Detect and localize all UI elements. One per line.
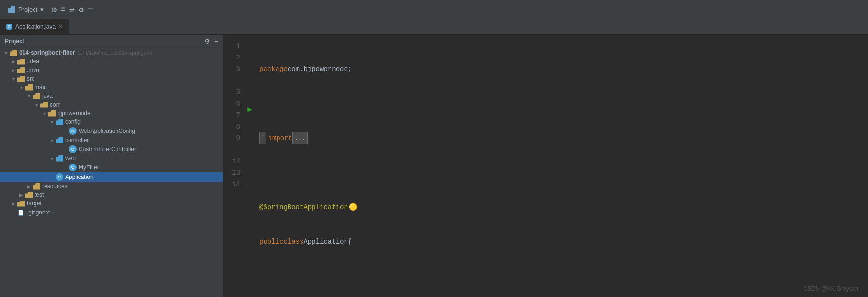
src-folder-icon — [17, 76, 25, 82]
tree-test[interactable]: ▶ test — [0, 190, 223, 199]
code-area[interactable]: 1 2 3 5 6 7 8 9 12 13 14 — [223, 35, 868, 297]
root-arrow-icon: ▾ — [2, 50, 10, 56]
run-gutter-8 — [244, 115, 255, 127]
com-folder-icon — [40, 102, 48, 108]
web-folder-icon — [56, 155, 63, 162]
dropdown-arrow-icon: ▾ — [40, 6, 44, 13]
minimize-icon[interactable]: − — [88, 4, 93, 15]
application-label: Application — [65, 174, 93, 180]
code-editor: 1 2 3 5 6 7 8 9 12 13 14 — [223, 35, 868, 297]
tree-controller[interactable]: ▾ controller — [0, 136, 223, 144]
navigate-icon[interactable]: ⊕ — [51, 4, 57, 15]
tree-java[interactable]: ▾ java — [0, 92, 223, 100]
tab-close-icon[interactable]: ✕ — [58, 24, 63, 30]
target-folder-icon — [17, 201, 25, 207]
resources-folder-icon — [33, 183, 40, 190]
webappconfig-class-icon: C — [69, 127, 77, 135]
tree-application[interactable]: C Application — [0, 172, 223, 182]
structure-icon[interactable]: ≡ — [60, 4, 66, 15]
sidebar-collapse-icon[interactable]: − — [214, 37, 218, 45]
tab-application-java[interactable]: C Application.java ✕ — [0, 19, 69, 34]
project-dropdown[interactable]: Project ▾ — [4, 4, 47, 15]
tree-gitignore[interactable]: 📄 .gitignore — [0, 208, 223, 217]
resources-label: resources — [42, 183, 68, 190]
main-arrow-icon: ▾ — [17, 85, 25, 90]
run-gutter-4 — [244, 69, 255, 81]
run-gutter-9 — [244, 127, 255, 138]
code-line-1: package com.bjpowernode; — [259, 63, 868, 75]
myfilter-class-icon: C — [69, 164, 77, 171]
config-label: config — [65, 119, 81, 125]
code-line-2 — [259, 98, 868, 109]
project-label: Project — [18, 6, 37, 13]
tree-root[interactable]: ▾ 014-springboot-filter E:\IDEA\Projects… — [0, 48, 223, 57]
settings-icon[interactable]: ⚙ — [79, 4, 84, 15]
root-folder-icon — [10, 50, 17, 56]
resources-arrow-icon: ▶ — [25, 184, 33, 189]
import-collapsed[interactable]: ... — [292, 132, 308, 144]
controller-arrow-icon: ▾ — [48, 138, 56, 143]
split-icon[interactable]: ⇌ — [69, 4, 75, 15]
tree-src[interactable]: ▾ src — [0, 74, 223, 83]
title-bar: Project ▾ ⊕ ≡ ⇌ ⚙ − — [0, 0, 868, 19]
webappconfig-label: WebApplicationConfig — [79, 128, 135, 134]
run-gutter-5 — [244, 81, 255, 92]
run-gutter-7[interactable]: ▶ — [244, 104, 255, 115]
tab-bar: C Application.java ✕ — [0, 19, 868, 35]
tree-customfiltercontroller[interactable]: C CustomFilterController — [0, 144, 223, 154]
code-line-5 — [259, 167, 868, 178]
mvn-arrow-icon: ▶ — [10, 68, 17, 73]
tree-webappconfig[interactable]: C WebApplicationConfig — [0, 126, 223, 136]
sidebar-settings-icon[interactable]: ⚙ — [204, 37, 210, 45]
tree-config[interactable]: ▾ config — [0, 118, 223, 126]
tree-myfilter[interactable]: C MyFilter — [0, 163, 223, 172]
run-gutter-3 — [244, 58, 255, 69]
code-content[interactable]: package com.bjpowernode; +import ... @Sp… — [255, 35, 868, 297]
tree-bjpowernode[interactable]: ▾ bjpowernode — [0, 109, 223, 118]
import-fold-icon[interactable]: + — [259, 132, 266, 144]
web-arrow-icon: ▾ — [48, 156, 56, 161]
code-line-6: @SpringBootApplication🟡 — [259, 202, 868, 213]
web-label: web — [65, 155, 76, 162]
tree-idea[interactable]: ▶ .idea — [0, 57, 223, 66]
line-numbers: 1 2 3 5 6 7 8 9 12 13 14 — [223, 35, 244, 297]
run-gutter-1 — [244, 35, 255, 46]
src-label: src — [27, 75, 35, 82]
tree-mvn[interactable]: ▶ .mvn — [0, 66, 223, 74]
com-arrow-icon: ▾ — [33, 102, 40, 107]
run-gutter-10 — [244, 138, 255, 150]
main-folder-icon — [25, 84, 33, 91]
idea-arrow-icon: ▶ — [10, 59, 17, 64]
gitignore-file-icon: 📄 — [17, 209, 25, 216]
tree-web[interactable]: ▾ web — [0, 154, 223, 163]
mvn-label: .mvn — [27, 67, 39, 73]
run-gutter: ▶ — [244, 35, 255, 297]
root-path: E:\IDEA\Projects\014-springboo — [78, 50, 152, 56]
tab-label: Application.java — [15, 24, 56, 30]
title-bar-tools: ⊕ ≡ ⇌ ⚙ − — [51, 4, 93, 15]
bjpowernode-arrow-icon: ▾ — [40, 111, 48, 116]
code-line-3: +import ... — [259, 132, 868, 144]
test-label: test — [35, 191, 44, 198]
tree-resources[interactable]: ▶ resources — [0, 182, 223, 190]
main-content: Project ⚙ − ▾ 014-springboot-filter E:\I… — [0, 35, 868, 297]
tab-class-icon: C — [6, 24, 12, 30]
project-sidebar: Project ⚙ − ▾ 014-springboot-filter E:\I… — [0, 35, 223, 297]
run-gutter-6 — [244, 92, 255, 104]
config-folder-icon — [56, 119, 63, 125]
src-arrow-icon: ▾ — [10, 76, 17, 82]
watermark: CSDN @KK-Greyson — [803, 285, 858, 292]
code-line-7: public class Application { — [259, 236, 868, 248]
project-folder-icon — [8, 6, 15, 13]
tree-com[interactable]: ▾ com — [0, 100, 223, 109]
run-gutter-13 — [244, 173, 255, 184]
code-line-8 — [259, 271, 868, 282]
tree-main[interactable]: ▾ main — [0, 83, 223, 92]
tree-target[interactable]: ▶ target — [0, 199, 223, 208]
gitignore-label: .gitignore — [27, 209, 50, 216]
myfilter-label: MyFilter — [79, 164, 99, 171]
run-gutter-11 — [244, 150, 255, 161]
com-label: com — [50, 101, 61, 108]
bjpowernode-folder-icon — [48, 110, 56, 117]
java-arrow-icon: ▾ — [25, 94, 33, 99]
